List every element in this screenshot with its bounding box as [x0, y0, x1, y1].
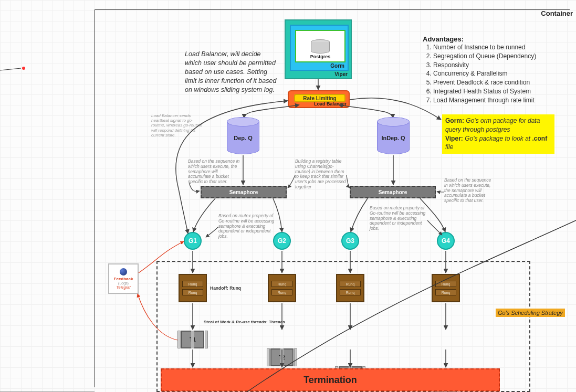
- semaphore-right: Semaphore: [350, 186, 436, 198]
- runq-slot: Runq: [435, 289, 456, 295]
- container-label: Container: [541, 9, 573, 17]
- feedback-label: Feedback: [114, 277, 133, 281]
- advantage-item: Prevent Deadlock & race condition: [433, 78, 559, 87]
- runq-slot: Runq: [182, 281, 203, 287]
- gorm-bold: Gorm:: [445, 117, 464, 124]
- runq-g3: Runq Runq: [336, 274, 364, 302]
- advantage-item: Responsivity: [433, 61, 559, 70]
- scheduling-strategy-tag: Go's Scheduling Strategy: [496, 309, 565, 317]
- advantage-item: Number of Instance to be runned: [433, 43, 559, 52]
- advantage-item: Integrated Health Status of System: [433, 87, 559, 96]
- viper-text-post: file: [445, 143, 453, 151]
- steal-label: Steal of Work & Re-use threads: Threads: [204, 320, 285, 324]
- runq-slot: Runq: [340, 289, 361, 295]
- gorm-box: Gorm Postgres: [290, 25, 349, 71]
- advantages-title: Advantages:: [423, 35, 559, 43]
- runq-g1: Runq Runq: [179, 274, 207, 302]
- g2-circle: G2: [273, 232, 291, 250]
- advantage-item: Load Management through rate limit: [433, 96, 559, 105]
- termination-box: Termination: [161, 368, 500, 391]
- runq-slot: Runq: [182, 289, 203, 295]
- package-note: Gorm: Go's orm package for data query th…: [442, 114, 554, 154]
- dep-queue: Dep. Q: [227, 117, 259, 154]
- mutex-note-left: Based on mutex property of Go-routine wi…: [218, 214, 276, 239]
- viper-box: Viper Gorm Postgres: [285, 19, 352, 79]
- conf-bold: .conf: [532, 135, 548, 142]
- runq-slot: Runq: [271, 281, 292, 287]
- feedback-telegraf: Telegraf: [117, 285, 131, 290]
- postgres-label: Postgres: [296, 54, 344, 59]
- viper-bold: Viper:: [445, 135, 463, 142]
- runq-slot: Runq: [271, 289, 292, 295]
- postgres-cylinder-icon: [311, 39, 330, 54]
- runq-g4: Runq Runq: [432, 274, 460, 302]
- g4-circle: G4: [437, 232, 455, 250]
- handoff-label: Handoff: Runq: [210, 285, 241, 291]
- semaphore-note-left: Based on the sequence in which users exe…: [188, 159, 240, 185]
- load-balancer-label: Load Balancer: [314, 101, 347, 107]
- postgres-box: Postgres: [295, 30, 345, 62]
- runq-g2: Runq Runq: [268, 274, 296, 302]
- semaphore-note-right: Based on the sequence in which users exe…: [444, 178, 493, 204]
- viper-label: Viper: [334, 71, 348, 77]
- load-balancer-box: Rate Limiting Load Balancer: [288, 90, 350, 108]
- viper-text-pre: Go's package to look at: [463, 135, 532, 142]
- feedback-logs: (Logs): [118, 281, 129, 285]
- runq-slot: Runq: [340, 281, 361, 287]
- cylinder-body-icon: Dep. Q: [227, 122, 259, 154]
- indep-queue: InDep. Q: [377, 117, 410, 154]
- indep-q-label: InDep. Q: [381, 135, 405, 141]
- t2-box: T2: [270, 348, 294, 366]
- heartbeat-note: Load Balancer sends heartbeat signal to …: [151, 113, 205, 137]
- gorm-label: Gorm: [330, 63, 344, 69]
- t1-wrap: T1: [177, 331, 208, 348]
- t1-box: T1: [181, 331, 204, 348]
- feedback-box: Feedback (Logs) Telegraf: [108, 263, 139, 294]
- mutex-note-right: Based on mutex property of Go-routine wi…: [370, 206, 427, 231]
- cylinder-body-icon: InDep. Q: [377, 122, 410, 154]
- advantages-list: Number of Instance to be runned Segregat…: [423, 43, 559, 105]
- t2-wrap: T2: [267, 348, 297, 366]
- g1-circle: G1: [184, 232, 202, 250]
- cylinder-top-icon: [377, 117, 410, 126]
- advantage-item: Concurrency & Parallelism: [433, 69, 559, 78]
- runq-slot: Runq: [435, 281, 456, 287]
- cylinder-top-icon: [227, 117, 259, 126]
- g3-circle: G3: [341, 232, 359, 250]
- registry-note: Building a registry table using Channels…: [295, 159, 348, 190]
- dep-q-label: Dep. Q: [234, 135, 252, 141]
- advantages-block: Advantages: Number of Instance to be run…: [423, 35, 559, 105]
- semaphore-left: Semaphore: [201, 186, 287, 198]
- advantage-item: Segregation of Queue (Dependency): [433, 52, 559, 61]
- handle-dot: [22, 67, 25, 70]
- feedback-globe-icon: [120, 268, 127, 276]
- load-balancer-description: Load Balancer, will decide which user sh…: [185, 50, 278, 94]
